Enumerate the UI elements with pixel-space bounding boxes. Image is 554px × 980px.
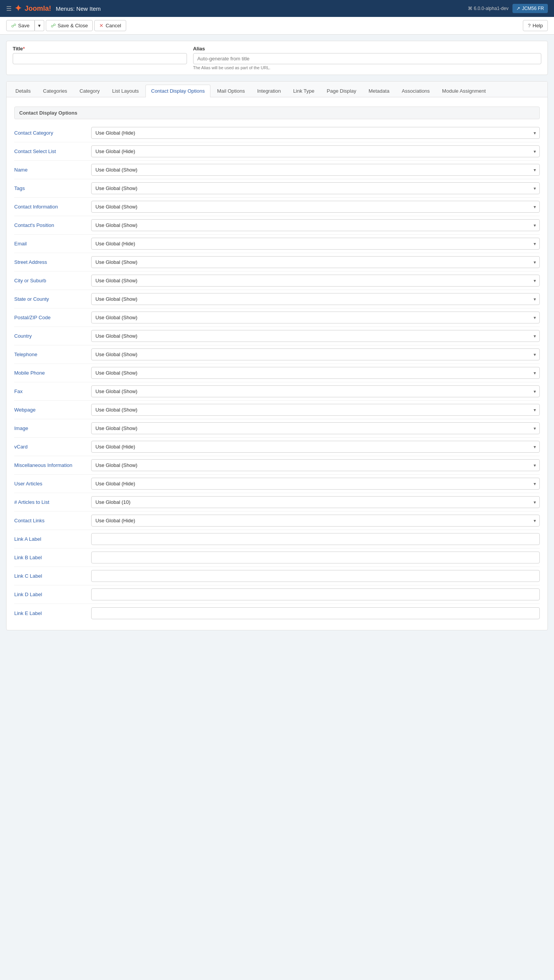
select-state-or-county[interactable]: Use Global (Show)ShowHide: [91, 293, 540, 305]
alias-hint: The Alias will be used as part of the UR…: [193, 65, 541, 70]
tab-integration[interactable]: Integration: [251, 85, 286, 97]
select-webpage[interactable]: Use Global (Show)ShowHide: [91, 404, 540, 416]
select-postal-zip-code[interactable]: Use Global (Show)ShowHide: [91, 312, 540, 323]
form-row-city-or-suburb: City or Suburb Use Global (Show)ShowHide…: [14, 272, 540, 290]
field-label-link-e-label: Link E Label: [14, 610, 91, 616]
tabs-nav: Details Categories Category List Layouts…: [7, 82, 547, 97]
save-label: Save: [18, 23, 30, 28]
user-button[interactable]: ↗ JCM56 FR: [512, 4, 548, 13]
tab-link-type[interactable]: Link Type: [287, 85, 320, 97]
input-link-d-label[interactable]: [91, 588, 540, 600]
field-label-contacts-position: Contact's Position: [14, 222, 91, 228]
save-button[interactable]: ☍ Save: [6, 20, 35, 31]
form-row-email: Email Use Global (Hide)ShowHide▾: [14, 235, 540, 253]
field-label-email: Email: [14, 241, 91, 247]
form-row-image: Image Use Global (Show)ShowHide▾: [14, 419, 540, 438]
field-control-tags: Use Global (Show)ShowHide▾: [91, 182, 540, 194]
form-row-contact-category: Contact Category Use Global (Hide)ShowHi…: [14, 124, 540, 142]
select-telephone[interactable]: Use Global (Show)ShowHide: [91, 348, 540, 360]
field-control-telephone: Use Global (Show)ShowHide▾: [91, 348, 540, 360]
user-label: JCM56 FR: [522, 6, 544, 11]
field-control-link-d-label: [91, 588, 540, 600]
save-close-button[interactable]: ☍ Save & Close: [46, 20, 93, 31]
select-street-address[interactable]: Use Global (Show)ShowHide: [91, 256, 540, 268]
form-row-user-articles: User Articles Use Global (Hide)ShowHide▾: [14, 475, 540, 493]
select-user-articles[interactable]: Use Global (Hide)ShowHide: [91, 478, 540, 490]
select-miscellaneous-information[interactable]: Use Global (Show)ShowHide: [91, 459, 540, 471]
tab-mail-options[interactable]: Mail Options: [211, 85, 250, 97]
title-label: Title*: [13, 46, 187, 52]
field-control-webpage: Use Global (Show)ShowHide▾: [91, 404, 540, 416]
form-row-fax: Fax Use Global (Show)ShowHide▾: [14, 382, 540, 401]
hamburger-icon[interactable]: ☰: [6, 5, 12, 12]
help-icon: ?: [528, 23, 531, 28]
field-control-street-address: Use Global (Show)ShowHide▾: [91, 256, 540, 268]
field-control-fax: Use Global (Show)ShowHide▾: [91, 385, 540, 397]
title-input[interactable]: [13, 53, 187, 64]
version-info: ⌘ 6.0.0-alpha1-dev: [468, 6, 508, 11]
form-row-name: Name Use Global (Show)ShowHide▾: [14, 161, 540, 179]
select-email[interactable]: Use Global (Hide)ShowHide: [91, 238, 540, 250]
select-name[interactable]: Use Global (Show)ShowHide: [91, 164, 540, 176]
field-control-contact-links: Use Global (Hide)ShowHide▾: [91, 515, 540, 527]
select-image[interactable]: Use Global (Show)ShowHide: [91, 422, 540, 434]
tab-module-assignment[interactable]: Module Assignment: [436, 85, 491, 97]
input-link-e-label[interactable]: [91, 607, 540, 619]
cancel-button[interactable]: ✕ Cancel: [94, 20, 126, 31]
field-control-link-e-label: [91, 607, 540, 619]
form-panel: Contact Display Options Contact Category…: [7, 97, 547, 630]
form-row-link-e-label: Link E Label: [14, 604, 540, 622]
select-fax[interactable]: Use Global (Show)ShowHide: [91, 385, 540, 397]
select-contact-select-list[interactable]: Use Global (Hide)ShowHide: [91, 145, 540, 157]
select-vcard[interactable]: Use Global (Hide)ShowHide: [91, 441, 540, 453]
select-contacts-position[interactable]: Use Global (Show)ShowHide: [91, 219, 540, 231]
external-link-icon: ↗: [516, 6, 520, 11]
tab-associations[interactable]: Associations: [396, 85, 436, 97]
save-dropdown-button[interactable]: ▾: [35, 20, 44, 31]
field-label-city-or-suburb: City or Suburb: [14, 278, 91, 283]
select-country[interactable]: Use Global (Show)ShowHide: [91, 330, 540, 342]
dropdown-chevron-icon: ▾: [38, 23, 41, 28]
input-link-b-label[interactable]: [91, 552, 540, 563]
form-row-link-c-label: Link C Label: [14, 567, 540, 585]
toolbar: ☍ Save ▾ ☍ Save & Close ✕ Cancel ? Help: [0, 17, 554, 35]
form-row-state-or-county: State or County Use Global (Show)ShowHid…: [14, 290, 540, 308]
tab-contact-display-options[interactable]: Contact Display Options: [145, 85, 210, 97]
alias-label: Alias: [193, 46, 541, 52]
form-row-street-address: Street Address Use Global (Show)ShowHide…: [14, 253, 540, 272]
tab-details[interactable]: Details: [10, 85, 37, 97]
joomla-logo: ✦: [15, 3, 22, 13]
form-row-contacts-position: Contact's Position Use Global (Show)Show…: [14, 216, 540, 235]
form-row-link-b-label: Link B Label: [14, 548, 540, 567]
tabs-container: Details Categories Category List Layouts…: [6, 81, 548, 630]
field-label-link-d-label: Link D Label: [14, 592, 91, 597]
field-control-country: Use Global (Show)ShowHide▾: [91, 330, 540, 342]
tab-category[interactable]: Category: [74, 85, 106, 97]
select-city-or-suburb[interactable]: Use Global (Show)ShowHide: [91, 275, 540, 287]
field-control-link-a-label: [91, 533, 540, 545]
input-link-a-label[interactable]: [91, 533, 540, 545]
field-control-postal-zip-code: Use Global (Show)ShowHide▾: [91, 312, 540, 323]
select-wrapper-contact-category: Use Global (Hide)ShowHide ▾: [91, 127, 540, 139]
title-alias-row: Title* Alias The Alias will be used as p…: [6, 41, 548, 75]
title-field: Title*: [13, 46, 187, 70]
field-label-mobile-phone: Mobile Phone: [14, 370, 91, 376]
tab-page-display[interactable]: Page Display: [321, 85, 362, 97]
field-control-miscellaneous-information: Use Global (Show)ShowHide▾: [91, 459, 540, 471]
field-label-link-c-label: Link C Label: [14, 573, 91, 579]
select-contact-links[interactable]: Use Global (Hide)ShowHide: [91, 515, 540, 527]
alias-input[interactable]: [193, 53, 541, 64]
field-label-webpage: Webpage: [14, 407, 91, 413]
tab-categories[interactable]: Categories: [37, 85, 73, 97]
help-button[interactable]: ? Help: [523, 20, 548, 31]
select-articles-to-list[interactable]: Use Global (10)5101520: [91, 496, 540, 508]
select-mobile-phone[interactable]: Use Global (Show)ShowHide: [91, 367, 540, 379]
tab-list-layouts[interactable]: List Layouts: [106, 85, 144, 97]
select-contact-information[interactable]: Use Global (Show)ShowHide: [91, 201, 540, 213]
input-link-c-label[interactable]: [91, 570, 540, 582]
select-tags[interactable]: Use Global (Show)ShowHide: [91, 182, 540, 194]
tab-metadata[interactable]: Metadata: [363, 85, 395, 97]
toolbar-left: ☍ Save ▾ ☍ Save & Close ✕ Cancel: [6, 20, 126, 31]
select-contact-category[interactable]: Use Global (Hide)ShowHide: [91, 127, 540, 139]
field-control-articles-to-list: Use Global (10)5101520▾: [91, 496, 540, 508]
